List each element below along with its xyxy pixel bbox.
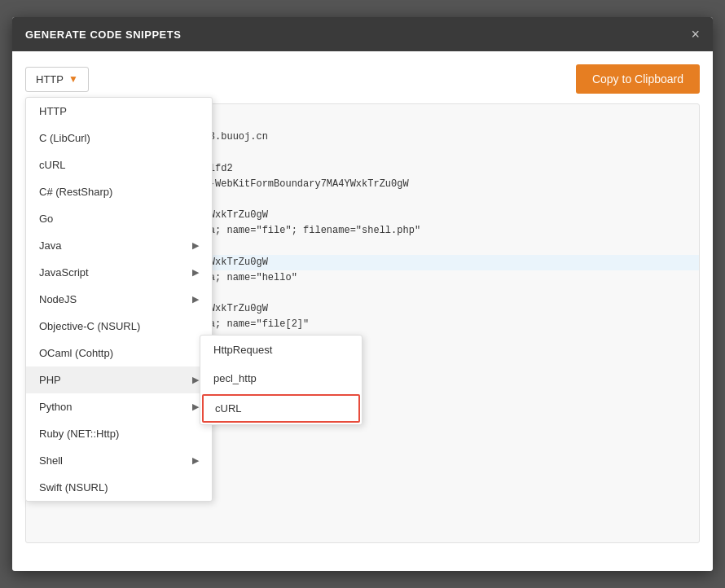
dropdown-item-nodejs[interactable]: NodeJS▶	[26, 286, 212, 313]
php-submenu-item-pecl_http[interactable]: pecl_http	[200, 364, 362, 393]
dropdown-item-objective-c[interactable]: Objective-C (NSURL)	[26, 313, 212, 340]
dropdown-item-label: Go	[39, 213, 53, 225]
submenu-arrow-icon: ▶	[192, 375, 199, 385]
dropdown-item-label: Swift (NSURL)	[39, 481, 108, 494]
dropdown-item-swift[interactable]: Swift (NSURL)	[26, 474, 212, 501]
dropdown-item-c-libcurl[interactable]: C (LibCurl)	[26, 125, 212, 151]
dropdown-item-csharp-restsharp[interactable]: C# (RestSharp)	[26, 178, 212, 205]
dropdown-item-label: cURL	[39, 159, 66, 171]
dropdown-item-php[interactable]: PHP▶	[26, 366, 212, 393]
dropdown-item-label: NodeJS	[39, 293, 77, 305]
php-submenu-item-curl[interactable]: cURL	[202, 394, 360, 423]
http-dropdown-label: HTTP	[36, 73, 64, 86]
http-dropdown-button[interactable]: HTTP ▼	[25, 67, 89, 92]
php-submenu-item-httprequest[interactable]: HttpRequest	[200, 336, 362, 364]
dropdown-item-shell[interactable]: Shell▶	[26, 447, 212, 474]
chevron-down-icon: ▼	[68, 73, 78, 85]
dropdown-item-java[interactable]: Java▶	[26, 232, 212, 259]
dropdown-item-label: OCaml (Cohttp)	[39, 347, 113, 359]
dropdown-item-ocaml[interactable]: OCaml (Cohttp)	[26, 340, 212, 366]
dropdown-item-label: Objective-C (NSURL)	[39, 320, 140, 332]
modal-body: HTTP ▼ Copy to Clipboard HTTP/1.1 3-4836…	[12, 51, 713, 556]
dropdown-item-label: C (LibCurl)	[39, 132, 90, 144]
dropdown-item-go[interactable]: Go	[26, 205, 212, 232]
modal-title: GENERATE CODE SNIPPETS	[25, 29, 181, 41]
dropdown-item-http[interactable]: HTTP	[26, 98, 212, 125]
submenu-arrow-icon: ▶	[192, 402, 199, 412]
generate-code-snippets-modal: GENERATE CODE SNIPPETS × HTTP ▼ Copy to …	[12, 17, 713, 571]
close-button[interactable]: ×	[691, 27, 700, 42]
language-dropdown-menu: HTTPC (LibCurl)cURLC# (RestSharp)GoJava▶…	[25, 97, 213, 502]
dropdown-item-label: Ruby (NET::Http)	[39, 428, 119, 440]
dropdown-item-label: JavaScript	[39, 266, 89, 279]
php-submenu: HttpRequestpecl_httpcURL	[200, 335, 362, 425]
dropdown-item-label: Python	[39, 401, 72, 413]
dropdown-item-ruby[interactable]: Ruby (NET::Http)	[26, 420, 212, 447]
copy-to-clipboard-button[interactable]: Copy to Clipboard	[576, 64, 700, 94]
dropdown-item-python[interactable]: Python▶	[26, 393, 212, 420]
dropdown-item-label: Shell	[39, 454, 63, 467]
submenu-arrow-icon: ▶	[192, 267, 199, 278]
modal-header: GENERATE CODE SNIPPETS ×	[12, 17, 713, 51]
submenu-arrow-icon: ▶	[192, 294, 199, 305]
dropdown-item-label: Java	[39, 239, 61, 252]
dropdown-item-label: HTTP	[39, 105, 67, 117]
submenu-arrow-icon: ▶	[192, 240, 199, 251]
submenu-arrow-icon: ▶	[192, 455, 199, 466]
toolbar: HTTP ▼ Copy to Clipboard	[25, 64, 700, 94]
dropdown-item-curl[interactable]: cURL	[26, 151, 212, 178]
dropdown-item-label: C# (RestSharp)	[39, 186, 112, 198]
dropdown-item-javascript[interactable]: JavaScript▶	[26, 259, 212, 286]
dropdown-item-label: PHP	[39, 374, 61, 386]
